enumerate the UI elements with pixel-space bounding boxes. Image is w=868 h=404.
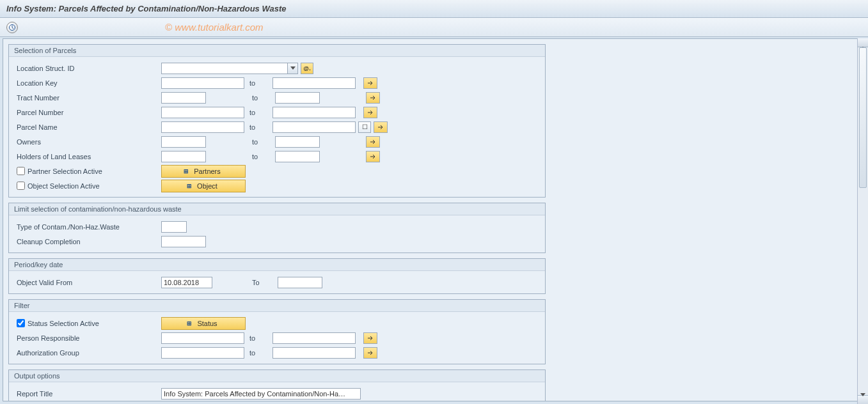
authorization-group-from[interactable]: [161, 347, 244, 359]
cleanup-label: Cleanup Completion: [14, 238, 161, 245]
person-responsible-from[interactable]: [161, 332, 244, 344]
group-selection-parcels: Selection of Parcels Location Struct. ID…: [8, 44, 546, 198]
tract-from[interactable]: [161, 92, 206, 104]
holders-label: Holders of Land Leases: [14, 153, 161, 160]
object-selection-checkbox[interactable]: [17, 182, 25, 190]
scroll-down-icon[interactable]: [858, 395, 868, 404]
group-period: Period/key date Object Valid From To: [8, 258, 546, 294]
cleanup-input[interactable]: [161, 236, 206, 247]
multiple-selection-icon[interactable]: [363, 107, 377, 118]
status-button-label: Status: [197, 320, 217, 327]
page-title: Info System: Parcels Affected by Contami…: [6, 4, 287, 13]
parcel-name-to[interactable]: [272, 121, 356, 133]
location-struct-id-combo[interactable]: [161, 63, 298, 74]
person-responsible-label: Person Responsible: [14, 334, 161, 342]
partners-button[interactable]: ⊞ Partners: [161, 165, 246, 178]
authorization-group-to[interactable]: [272, 347, 356, 359]
group-title: Output options: [9, 370, 545, 382]
parcel-number-to[interactable]: [272, 107, 356, 118]
expand-icon: ⊞: [182, 167, 190, 175]
to-label: to: [247, 334, 270, 342]
status-selection-label: Status Selection Active: [28, 320, 99, 327]
location-struct-id-input[interactable]: [162, 63, 287, 74]
group-contamination: Limit selection of contamination/non-haz…: [8, 203, 546, 253]
multiple-selection-icon[interactable]: [366, 92, 380, 104]
valid-from-label: Object Valid From: [14, 279, 161, 286]
content-scroll[interactable]: Selection of Parcels Location Struct. ID…: [3, 38, 860, 401]
search-help-icon[interactable]: @.: [301, 63, 313, 74]
valid-from-input[interactable]: [161, 277, 212, 288]
to-label: to: [247, 79, 270, 87]
location-struct-id-label: Location Struct. ID: [14, 65, 161, 72]
group-filter: Filter Status Selection Active ⊞ Status …: [8, 299, 546, 364]
group-title: Filter: [9, 300, 545, 312]
to-label: to: [247, 349, 270, 357]
tract-to[interactable]: [275, 92, 320, 104]
group-title: Limit selection of contamination/non-haz…: [9, 203, 545, 215]
status-button[interactable]: ⊞ Status: [161, 317, 246, 330]
partners-button-label: Partners: [194, 167, 221, 175]
to-label: to: [249, 153, 272, 160]
person-responsible-to[interactable]: [272, 332, 356, 344]
object-button[interactable]: ⊞ Object: [161, 180, 246, 192]
valid-to-input[interactable]: [278, 277, 322, 288]
expand-icon: ⊞: [185, 320, 193, 327]
owners-from[interactable]: [161, 136, 206, 148]
multiple-selection-icon[interactable]: [366, 136, 380, 148]
report-title-input[interactable]: [161, 388, 361, 400]
app-toolbar: © www.tutorialkart.com: [0, 18, 868, 37]
holders-from[interactable]: [161, 151, 206, 162]
multiple-selection-icon[interactable]: [363, 77, 377, 89]
execute-icon[interactable]: [6, 22, 18, 33]
expand-icon: ⊞: [185, 182, 193, 190]
title-bar: Info System: Parcels Affected by Contami…: [0, 0, 868, 18]
contam-type-label: Type of Contam./Non-Haz.Waste: [14, 223, 161, 231]
to-label: to: [247, 109, 270, 116]
multiple-selection-icon[interactable]: [366, 151, 380, 162]
parcel-number-from[interactable]: [161, 107, 244, 118]
to-label: To: [249, 279, 275, 286]
partner-selection-checkbox[interactable]: [17, 167, 25, 175]
multiple-selection-icon[interactable]: [374, 121, 388, 133]
location-key-label: Location Key: [14, 79, 161, 87]
group-title: Selection of Parcels: [9, 45, 545, 57]
multiple-selection-icon[interactable]: [363, 332, 377, 344]
parcel-name-from[interactable]: [161, 121, 244, 133]
partner-selection-label: Partner Selection Active: [28, 167, 102, 175]
scroll-up-icon[interactable]: [858, 38, 868, 47]
owners-label: Owners: [14, 138, 161, 146]
authorization-group-label: Authorization Group: [14, 349, 161, 357]
object-button-label: Object: [197, 182, 217, 190]
report-title-label: Report Title: [14, 390, 161, 398]
owners-to[interactable]: [275, 136, 320, 148]
value-help-icon[interactable]: ☐: [358, 121, 371, 133]
dropdown-icon[interactable]: [287, 63, 297, 74]
holders-to[interactable]: [275, 151, 320, 162]
to-label: to: [249, 138, 272, 146]
to-label: to: [249, 94, 272, 102]
content: Selection of Parcels Location Struct. ID…: [3, 39, 546, 401]
to-label: to: [247, 123, 270, 131]
object-selection-label: Object Selection Active: [28, 182, 100, 190]
vertical-scrollbar[interactable]: [857, 38, 868, 404]
scroll-thumb[interactable]: [859, 47, 867, 188]
status-selection-checkbox[interactable]: [17, 319, 25, 327]
multiple-selection-icon[interactable]: [363, 347, 377, 359]
parcel-name-label: Parcel Name: [14, 123, 161, 131]
watermark: © www.tutorialkart.com: [165, 18, 264, 37]
group-output: Output options Report Title: [8, 369, 546, 401]
tract-number-label: Tract Number: [14, 94, 161, 102]
contam-type-input[interactable]: [161, 221, 187, 233]
parcel-number-label: Parcel Number: [14, 109, 161, 116]
group-title: Period/key date: [9, 259, 545, 271]
location-key-to[interactable]: [272, 77, 356, 89]
location-key-from[interactable]: [161, 77, 244, 89]
